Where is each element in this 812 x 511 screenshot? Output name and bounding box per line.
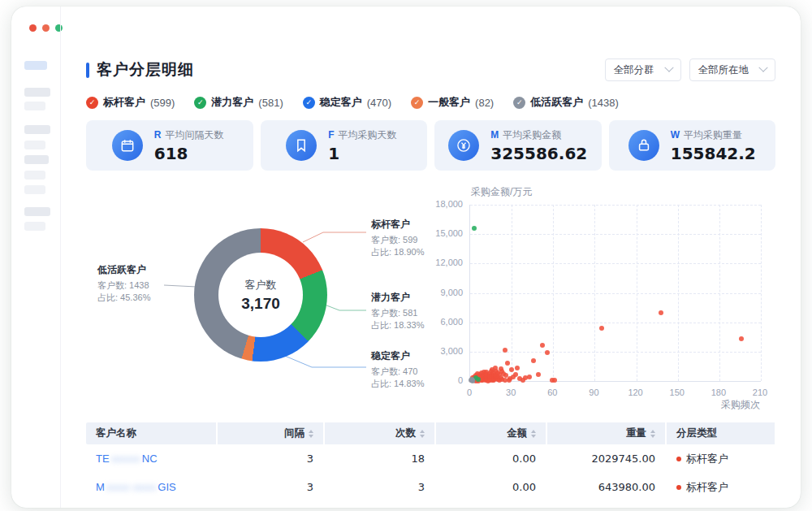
table-column-header[interactable]: 次数 bbox=[325, 422, 434, 444]
scatter-x-axis-title: 采购频次 bbox=[679, 398, 760, 412]
scatter-point bbox=[505, 361, 510, 366]
sidebar-skeleton-item bbox=[24, 155, 49, 164]
scatter-point bbox=[490, 378, 495, 383]
table-column-header: 分层类型 bbox=[667, 422, 775, 444]
x-tick-label: 180 bbox=[702, 388, 735, 397]
scatter-point bbox=[515, 366, 520, 370]
scatter-plot[interactable] bbox=[469, 205, 761, 382]
table-column-header[interactable]: 重量 bbox=[547, 422, 665, 444]
legend-item[interactable]: ✓ 一般客户 (82) bbox=[411, 95, 494, 110]
sidebar-skeleton-item bbox=[24, 141, 45, 149]
sidebar-skeleton-item bbox=[24, 185, 45, 194]
kpi-card-recency: R 平均间隔天数 618 bbox=[86, 120, 253, 171]
table-column-header: 客户名称 bbox=[86, 422, 216, 444]
segment-badge: 标杆客户 bbox=[676, 480, 765, 495]
y-tick-label: 6,000 bbox=[416, 317, 463, 327]
kpi-cards: R 平均间隔天数 618 F 平均采购天数 1 bbox=[86, 120, 775, 171]
customer-link[interactable]: TEoooooNC bbox=[96, 453, 158, 465]
y-tick-label: 9,000 bbox=[416, 288, 463, 297]
legend-item[interactable]: ✓ 潜力客户 (581) bbox=[194, 95, 283, 110]
scatter-point bbox=[531, 358, 536, 363]
segment-badge: 标杆客户 bbox=[676, 452, 765, 466]
page-header: 客户分层明细 全部分群 全部所在地 bbox=[86, 58, 775, 81]
cell-times: 3 bbox=[325, 481, 434, 493]
scatter-point bbox=[540, 343, 545, 348]
scatter-point bbox=[483, 378, 488, 383]
kpi-card-monetary: M 平均采购金额 325586.62 bbox=[434, 120, 602, 171]
location-filter-dropdown[interactable]: 全部所在地 bbox=[689, 58, 776, 81]
legend-item[interactable]: ✓ 稳定客户 (470) bbox=[303, 95, 391, 110]
chevron-down-icon bbox=[664, 63, 673, 72]
y-tick-label: 0 bbox=[416, 375, 463, 385]
filter-group: 全部分群 全部所在地 bbox=[605, 58, 776, 81]
redacted-text: ooooo bbox=[111, 453, 140, 465]
scatter-point bbox=[527, 375, 532, 379]
segment-dot-icon bbox=[676, 457, 681, 461]
legend-row: ✓ 标杆客户 (599) ✓ 潜力客户 (581) ✓ 稳定客户 (470) ✓… bbox=[86, 94, 775, 110]
table-header: 客户名称 间隔 次数 金额 重量 分层类型 bbox=[86, 422, 775, 444]
sidebar-skeleton-item bbox=[24, 171, 45, 180]
x-tick-label: 0 bbox=[453, 388, 486, 397]
customer-link[interactable]: Moooo ooooGIS bbox=[96, 481, 176, 493]
scatter-point bbox=[739, 336, 744, 341]
cell-interval: 3 bbox=[218, 453, 323, 465]
table-row: TEoooooNC 3 18 0.00 2029745.00 标杆客户 bbox=[86, 444, 775, 473]
title-accent-bar bbox=[86, 63, 89, 78]
kpi-card-weight: W 平均采购重量 155842.2 bbox=[609, 120, 776, 171]
sidebar-skeleton-item bbox=[24, 222, 45, 231]
check-circle-icon: ✓ bbox=[86, 97, 98, 109]
y-tick-label: 18,000 bbox=[416, 199, 463, 209]
table-body: TEoooooNC 3 18 0.00 2029745.00 标杆客户 Mooo… bbox=[86, 444, 775, 501]
chevron-down-icon bbox=[758, 63, 767, 72]
scatter-point bbox=[503, 348, 508, 353]
cell-weight: 643980.00 bbox=[547, 481, 665, 493]
donut-center: 客户数 3,170 bbox=[218, 253, 303, 337]
x-tick-label: 150 bbox=[661, 388, 693, 397]
legend-item[interactable]: ✓ 标杆客户 (599) bbox=[86, 95, 175, 110]
cell-amount: 0.00 bbox=[436, 481, 546, 493]
kpi-value: 1 bbox=[328, 144, 401, 163]
kpi-value: 155842.2 bbox=[671, 144, 756, 163]
check-circle-icon: ✓ bbox=[303, 97, 315, 109]
cell-weight: 2029745.00 bbox=[547, 453, 665, 465]
check-circle-icon: ✓ bbox=[194, 97, 206, 109]
scatter-point bbox=[545, 350, 550, 355]
scatter-point bbox=[599, 326, 604, 331]
table-column-header[interactable]: 金额 bbox=[436, 422, 546, 444]
cell-interval: 3 bbox=[218, 481, 323, 493]
weight-bag-icon bbox=[628, 130, 659, 161]
kpi-value: 618 bbox=[154, 144, 227, 163]
page-title: 客户分层明细 bbox=[97, 59, 194, 80]
donut-chart[interactable]: 客户数 3,170 bbox=[194, 228, 327, 362]
sidebar bbox=[11, 6, 60, 508]
sidebar-skeleton-item bbox=[24, 125, 50, 134]
customer-table: 客户名称 间隔 次数 金额 重量 分层类型 TEoooooNC 3 18 0.0… bbox=[86, 422, 775, 501]
scatter-point bbox=[552, 378, 557, 383]
scatter-point bbox=[472, 226, 477, 231]
calendar-icon bbox=[112, 130, 143, 161]
sort-icon bbox=[531, 430, 536, 438]
check-circle-icon: ✓ bbox=[411, 97, 423, 109]
segment-filter-dropdown[interactable]: 全部分群 bbox=[605, 58, 681, 81]
legend-item[interactable]: ✓ 低活跃客户 (1438) bbox=[513, 95, 619, 110]
sidebar-skeleton-item bbox=[24, 88, 50, 97]
redacted-text: oooo oooo bbox=[106, 481, 156, 493]
table-column-header[interactable]: 间隔 bbox=[218, 422, 323, 444]
charts-row: 客户数 3,170 标杆客户客户数: 599占比: 18.90% 潜力客户客户数… bbox=[86, 179, 775, 416]
sort-icon bbox=[309, 430, 313, 438]
app-window: 客户分层明细 全部分群 全部所在地 ✓ 标杆客户 (599) ✓ 潜力客户 (5… bbox=[11, 6, 801, 508]
scatter-point bbox=[536, 372, 541, 377]
y-tick-label: 3,000 bbox=[416, 346, 463, 356]
scatter-point bbox=[659, 310, 663, 315]
sidebar-skeleton-item bbox=[24, 102, 45, 110]
y-tick-label: 15,000 bbox=[416, 228, 463, 238]
cell-times: 18 bbox=[325, 453, 434, 465]
sidebar-skeleton-item bbox=[24, 61, 47, 70]
bookmark-icon bbox=[286, 130, 317, 161]
scatter-point bbox=[507, 378, 512, 383]
scatter-y-axis-title: 采购金额/万元 bbox=[471, 185, 532, 199]
customer-total: 3,170 bbox=[241, 295, 280, 313]
kpi-card-frequency: F 平均采购天数 1 bbox=[261, 120, 428, 171]
x-tick-label: 120 bbox=[620, 388, 652, 397]
scatter-point bbox=[476, 377, 481, 382]
